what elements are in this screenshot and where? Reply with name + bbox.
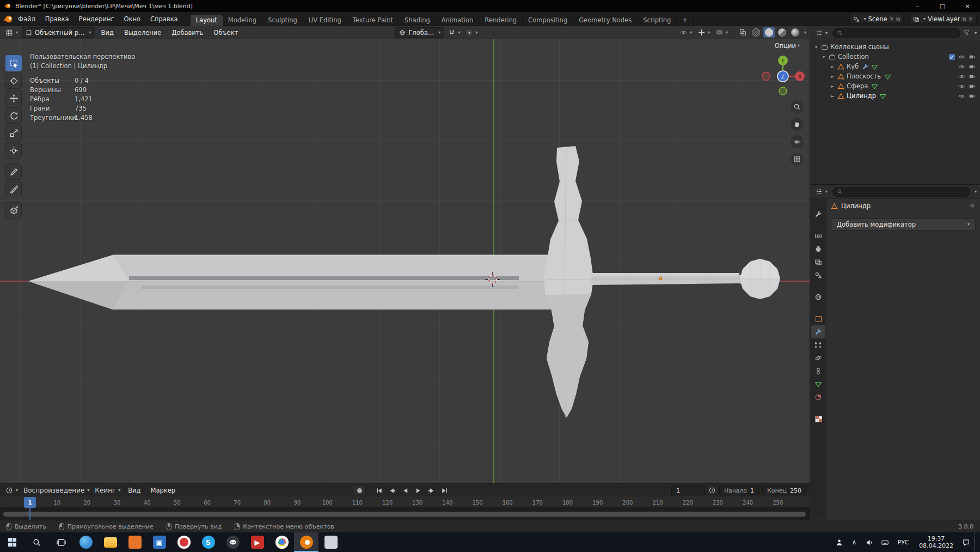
tab-constraints[interactable] bbox=[811, 365, 825, 378]
tab-sculpting[interactable]: Sculpting bbox=[262, 15, 303, 26]
tool-scale[interactable] bbox=[5, 125, 22, 141]
timeline-view-menu[interactable]: Вид bbox=[124, 487, 145, 494]
timeline-marker-menu[interactable]: Маркер bbox=[146, 487, 180, 494]
tool-measure[interactable] bbox=[5, 181, 22, 197]
tab-view-layer[interactable] bbox=[811, 256, 825, 269]
viewport-menu-object[interactable]: Объект bbox=[209, 29, 242, 37]
eye-icon[interactable] bbox=[958, 53, 965, 60]
outliner-editor-type-button[interactable]: ▾ bbox=[813, 28, 830, 38]
zoom-button[interactable] bbox=[791, 100, 804, 113]
gizmo-axis-x-negative[interactable] bbox=[762, 72, 770, 81]
camera-icon[interactable] bbox=[969, 83, 976, 90]
tab-object[interactable] bbox=[811, 312, 825, 325]
shading-solid-button[interactable] bbox=[763, 27, 775, 38]
tool-annotate[interactable] bbox=[5, 163, 22, 180]
input-indicator-button[interactable] bbox=[878, 532, 892, 552]
taskbar-app-edge[interactable] bbox=[74, 532, 98, 552]
tool-transform[interactable] bbox=[5, 142, 22, 159]
taskbar-app-discord[interactable] bbox=[220, 532, 245, 552]
navigation-gizmo[interactable]: Y X Z bbox=[758, 51, 807, 100]
frame-start-field[interactable]: Начало 1 bbox=[719, 486, 759, 495]
timeline-editor-type-button[interactable]: ▾ bbox=[3, 486, 20, 495]
new-scene-icon[interactable]: ⧉ bbox=[896, 16, 900, 22]
action-center-button[interactable] bbox=[959, 532, 973, 552]
tab-world[interactable] bbox=[811, 290, 825, 304]
disclosure-triangle[interactable]: ► bbox=[830, 74, 835, 79]
collection-checkbox[interactable] bbox=[949, 54, 955, 60]
ortho-toggle-button[interactable] bbox=[791, 153, 804, 166]
filter-funnel-icon[interactable] bbox=[963, 29, 970, 37]
blender-app-menu-icon[interactable] bbox=[3, 14, 13, 24]
viewport-options-button[interactable]: Опции ▾ bbox=[775, 42, 800, 50]
viewlayer-selector[interactable]: ▾ ViewLayer ⧉ × bbox=[909, 14, 977, 24]
volume-button[interactable] bbox=[862, 532, 877, 552]
playhead[interactable]: 1 bbox=[24, 497, 36, 508]
tab-layout[interactable]: Layout bbox=[191, 15, 223, 26]
tool-select-box[interactable] bbox=[5, 55, 22, 71]
object-type-visibility-dropdown[interactable]: ▾ bbox=[678, 28, 694, 38]
frame-end-field[interactable]: Конец 250 bbox=[762, 486, 806, 495]
taskbar-app-mail[interactable]: ▣ bbox=[147, 532, 171, 552]
add-workspace-button[interactable]: + bbox=[677, 15, 694, 26]
tool-add-cube[interactable] bbox=[5, 202, 22, 219]
scene-selector[interactable]: ▾ Scene × ⧉ bbox=[849, 14, 904, 24]
menu-edit[interactable]: Правка bbox=[40, 15, 74, 23]
tab-compositing[interactable]: Compositing bbox=[523, 15, 573, 26]
jump-to-start-button[interactable] bbox=[373, 486, 384, 495]
tab-shading[interactable]: Shading bbox=[399, 15, 436, 26]
viewport-menu-view[interactable]: Вид bbox=[97, 29, 118, 37]
taskbar-search-button[interactable] bbox=[24, 532, 49, 552]
shading-wireframe-button[interactable] bbox=[750, 27, 762, 38]
outliner-row-cylinder[interactable]: ► Цилиндр bbox=[810, 91, 980, 101]
tab-animation[interactable]: Animation bbox=[436, 15, 480, 26]
use-preview-range-icon[interactable] bbox=[708, 487, 716, 494]
taskbar-app-skype[interactable]: S bbox=[196, 532, 220, 552]
minimize-button[interactable]: – bbox=[905, 0, 930, 12]
disclosure-triangle[interactable]: ► bbox=[830, 64, 835, 69]
menu-window[interactable]: Окно bbox=[119, 15, 145, 23]
tab-modeling[interactable]: Modeling bbox=[223, 15, 262, 26]
tab-scripting[interactable]: Scripting bbox=[638, 15, 677, 26]
tab-modifiers[interactable] bbox=[811, 325, 825, 338]
camera-icon[interactable] bbox=[969, 53, 976, 60]
camera-icon[interactable] bbox=[969, 73, 976, 80]
tool-rotate[interactable] bbox=[5, 107, 22, 124]
next-keyframe-button[interactable] bbox=[426, 486, 437, 495]
taskbar-app-orange[interactable] bbox=[122, 532, 147, 552]
outliner-row-cube[interactable]: ► Куб bbox=[810, 62, 980, 71]
mode-dropdown[interactable]: Объектный р… ▾ bbox=[22, 27, 95, 38]
tool-move[interactable] bbox=[5, 90, 22, 106]
viewport-menu-add[interactable]: Добавить bbox=[167, 29, 207, 37]
tab-material[interactable] bbox=[811, 391, 825, 404]
tab-tool[interactable] bbox=[811, 208, 825, 221]
menu-file[interactable]: Файл bbox=[13, 15, 40, 23]
camera-view-button[interactable] bbox=[791, 135, 804, 148]
properties-editor-type-button[interactable]: ▾ bbox=[813, 187, 830, 197]
tab-physics[interactable] bbox=[811, 351, 825, 365]
task-view-button[interactable] bbox=[49, 532, 74, 552]
eye-icon[interactable] bbox=[958, 93, 965, 100]
viewport-canvas[interactable]: Пользовательская перспектива (1) Collect… bbox=[0, 39, 810, 483]
gizmos-dropdown[interactable]: ▾ bbox=[696, 28, 712, 38]
tab-texture[interactable] bbox=[811, 413, 825, 426]
taskbar-app-file-explorer[interactable] bbox=[98, 532, 122, 552]
tray-expand-button[interactable]: ∧ bbox=[847, 532, 861, 552]
pin-icon[interactable] bbox=[969, 203, 976, 210]
tab-rendering[interactable]: Rendering bbox=[479, 15, 523, 26]
outliner-row-sphere[interactable]: ► Сфера bbox=[810, 81, 980, 91]
eye-icon[interactable] bbox=[958, 63, 965, 70]
overlays-dropdown[interactable]: ▾ bbox=[714, 28, 730, 38]
play-button[interactable] bbox=[413, 486, 424, 495]
editor-type-button[interactable]: ▾ bbox=[3, 28, 20, 38]
people-button[interactable] bbox=[832, 532, 846, 552]
transform-orientation-dropdown[interactable]: Глоба… ▾ bbox=[395, 27, 444, 38]
properties-search-field[interactable] bbox=[832, 187, 970, 197]
current-frame-field[interactable]: 1 bbox=[671, 486, 705, 495]
taskbar-app-red[interactable]: ▶ bbox=[245, 532, 270, 552]
taskbar-app-chrome[interactable] bbox=[270, 532, 294, 552]
language-indicator[interactable]: РУС bbox=[893, 532, 914, 552]
tab-render[interactable] bbox=[811, 229, 825, 242]
play-reverse-button[interactable] bbox=[400, 486, 411, 495]
tab-object-data[interactable] bbox=[811, 378, 825, 391]
disclosure-triangle[interactable]: ► bbox=[830, 84, 835, 89]
